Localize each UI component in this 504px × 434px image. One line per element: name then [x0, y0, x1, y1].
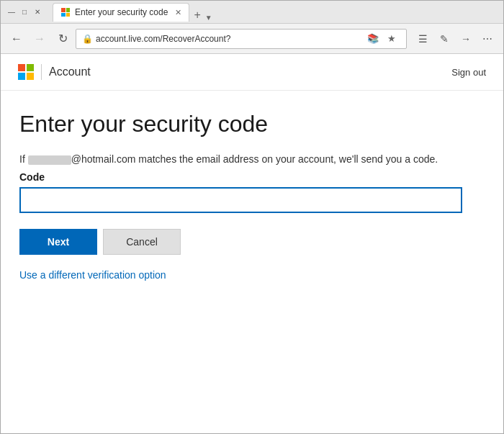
maximize-button[interactable]: □ [19, 7, 30, 17]
active-tab[interactable]: Enter your security code ✕ [53, 3, 189, 22]
ms-header-left: Account [18, 64, 91, 80]
ms-header-app-name: Account [49, 65, 91, 78]
tab-favicon [60, 7, 71, 17]
ms-header-divider [41, 64, 42, 80]
code-field-label: Code [19, 171, 485, 183]
toolbar-right: ☰ ✎ → ⋯ [413, 29, 498, 49]
ms-header: Account Sign out [1, 54, 503, 91]
btn-row: Next Cancel [19, 229, 485, 255]
ms-logo [18, 64, 34, 80]
cancel-button[interactable]: Cancel [103, 229, 181, 255]
favorites-icon[interactable]: ★ [383, 30, 400, 48]
next-button[interactable]: Next [19, 229, 97, 255]
web-note-button[interactable]: ✎ [434, 29, 454, 49]
form-area: Enter your security code If @hotmail.com… [1, 91, 503, 433]
redacted-email [28, 155, 71, 165]
tab-list-button[interactable]: ▼ [205, 14, 212, 22]
address-text: account.live.com/RecoverAccount? [96, 34, 361, 44]
more-button[interactable]: ⋯ [477, 29, 498, 49]
window-controls: — □ ✕ [6, 7, 42, 17]
title-bar: — □ ✕ Enter your security code ✕ + ▼ [1, 1, 503, 24]
share-button[interactable]: → [456, 29, 476, 49]
alt-verify-link[interactable]: Use a different verification option [19, 269, 485, 281]
tab-close-icon[interactable]: ✕ [175, 8, 181, 17]
address-bar: ← → ↻ 🔒 account.live.com/RecoverAccount?… [1, 24, 503, 54]
address-input-wrap[interactable]: 🔒 account.live.com/RecoverAccount? 📚 ★ [76, 29, 407, 49]
close-button[interactable]: ✕ [32, 7, 42, 17]
minimize-button[interactable]: — [6, 7, 17, 17]
browser-frame: — □ ✕ Enter your security code ✕ + ▼ ← →… [0, 0, 504, 434]
address-icons: 📚 ★ [364, 30, 400, 48]
tab-bar: Enter your security code ✕ + ▼ [53, 3, 498, 22]
lock-icon: 🔒 [82, 34, 93, 44]
forward-button[interactable]: → [30, 29, 50, 49]
new-tab-button[interactable]: + [189, 9, 204, 22]
back-button[interactable]: ← [6, 29, 27, 49]
tab-title: Enter your security code [75, 7, 168, 17]
description-part1: If [19, 153, 28, 165]
sign-out-link[interactable]: Sign out [451, 67, 486, 78]
page-content: Account Sign out Enter your security cod… [1, 54, 503, 433]
description-part2: @hotmail.com matches the email address o… [71, 153, 438, 165]
code-input[interactable] [19, 187, 462, 213]
hub-button[interactable]: ☰ [413, 29, 433, 49]
page-heading: Enter your security code [19, 111, 485, 137]
reader-view-icon[interactable]: 📚 [364, 30, 382, 48]
refresh-button[interactable]: ↻ [53, 29, 73, 49]
description-text: If @hotmail.com matches the email addres… [19, 152, 485, 167]
